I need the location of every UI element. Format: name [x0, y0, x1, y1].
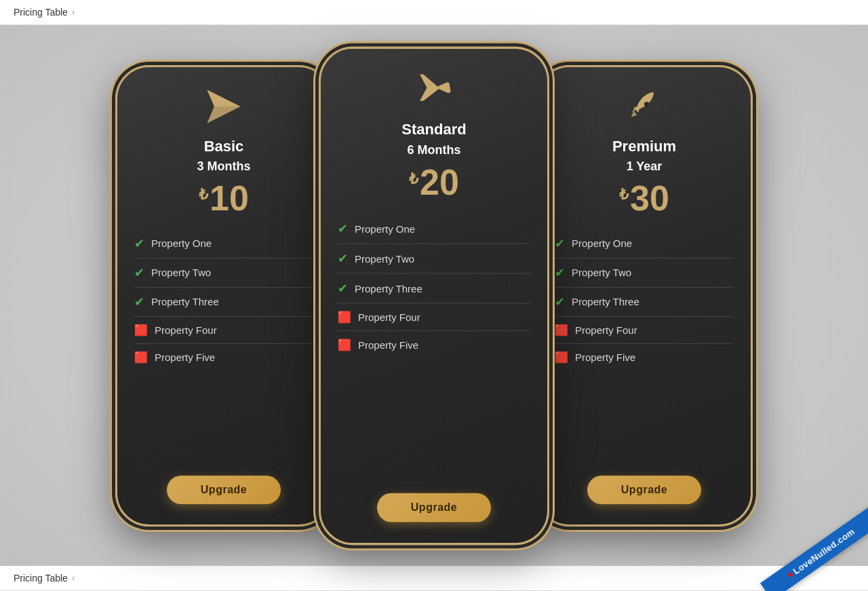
upgrade-button-basic[interactable]: Upgrade	[167, 476, 281, 504]
property-label: Property Four	[358, 311, 420, 322]
plan-name: Basic	[204, 138, 244, 155]
property-item: ✔ Property Two	[338, 244, 530, 273]
plan-icon-airplane	[415, 69, 453, 113]
pricing-cards-wrapper: Basic 3 Months ₺ 10 ✔ Property One ✔ Pro…	[115, 65, 753, 527]
pricing-card-basic: Basic 3 Months ₺ 10 ✔ Property One ✔ Pro…	[115, 65, 332, 527]
breadcrumb-top: Pricing Table ›	[0, 0, 868, 25]
property-item: 🟥 Property Five	[555, 344, 734, 370]
property-label: Property Five	[358, 339, 418, 350]
plan-name: Standard	[401, 120, 466, 138]
pricing-card-standard: Standard 6 Months ₺ 20 ✔ Property One ✔ …	[319, 46, 549, 544]
check-icon-yes: ✔	[555, 294, 565, 309]
svg-point-3	[644, 102, 649, 107]
properties-list: ✔ Property One ✔ Property Two ✔ Property…	[134, 229, 313, 459]
price-currency: ₺	[409, 170, 418, 188]
property-label: Property Four	[155, 324, 217, 336]
main-content: Basic 3 Months ₺ 10 ✔ Property One ✔ Pro…	[0, 25, 868, 566]
property-label: Property Two	[355, 252, 414, 264]
svg-marker-2	[208, 107, 241, 123]
breadcrumb-bottom: Pricing Table ›	[0, 566, 868, 591]
property-label: Property One	[151, 237, 212, 249]
plan-price: ₺ 20	[409, 164, 459, 200]
property-label: Property Five	[575, 351, 635, 363]
plan-name: Premium	[612, 138, 676, 155]
property-item: ✔ Property Two	[555, 259, 734, 288]
property-item: 🟥 Property Five	[134, 344, 313, 370]
property-label: Property Two	[151, 267, 211, 278]
breadcrumb-bottom-label: Pricing Table	[14, 573, 68, 584]
property-label: Property Five	[155, 351, 215, 363]
check-icon-no: 🟥	[338, 310, 351, 323]
breadcrumb-bottom-arrow: ›	[72, 573, 75, 583]
breadcrumb-arrow: ›	[72, 7, 75, 17]
price-currency: ₺	[199, 186, 208, 204]
property-label: Property Three	[572, 296, 639, 307]
upgrade-button-premium[interactable]: Upgrade	[587, 476, 701, 504]
upgrade-button-standard[interactable]: Upgrade	[377, 493, 491, 522]
property-item: ✔ Property Three	[134, 288, 313, 317]
property-item: 🟥 Property Five	[338, 331, 530, 358]
check-icon-yes: ✔	[338, 280, 348, 295]
check-icon-no: 🟥	[555, 324, 568, 337]
property-item: ✔ Property Three	[338, 273, 530, 303]
check-icon-no: 🟥	[338, 338, 351, 351]
property-item: 🟥 Property Four	[134, 317, 313, 344]
property-label: Property One	[355, 223, 415, 234]
plan-price: ₺ 10	[199, 180, 249, 216]
breadcrumb-label: Pricing Table	[14, 7, 68, 18]
property-label: Property Three	[151, 296, 219, 307]
price-amount: 10	[210, 180, 249, 216]
check-icon-no: 🟥	[134, 351, 148, 364]
property-item: 🟥 Property Four	[338, 303, 530, 331]
check-icon-yes: ✔	[555, 236, 565, 251]
check-icon-yes: ✔	[555, 265, 565, 280]
property-label: Property Four	[575, 324, 637, 336]
check-icon-yes: ✔	[134, 294, 144, 309]
pricing-card-premium: Premium 1 Year ₺ 30 ✔ Property One ✔ Pro…	[536, 65, 753, 527]
plan-price: ₺ 30	[619, 180, 669, 216]
check-icon-no: 🟥	[134, 324, 148, 337]
price-amount: 20	[420, 164, 459, 200]
property-label: Property Three	[355, 282, 422, 294]
plan-duration: 3 Months	[197, 159, 251, 174]
price-amount: 30	[630, 180, 669, 216]
property-item: ✔ Property One	[338, 214, 530, 244]
check-icon-yes: ✔	[338, 250, 348, 265]
plan-duration: 6 Months	[408, 142, 461, 157]
plan-icon-rocket	[625, 88, 663, 131]
property-item: ✔ Property One	[134, 229, 313, 259]
properties-list: ✔ Property One ✔ Property Two ✔ Property…	[338, 214, 530, 476]
property-label: Property One	[572, 237, 632, 249]
check-icon-yes: ✔	[134, 236, 144, 251]
check-icon-yes: ✔	[338, 221, 348, 235]
svg-marker-1	[208, 90, 241, 107]
property-item: ✔ Property Two	[134, 259, 313, 288]
price-currency: ₺	[619, 186, 629, 204]
plan-icon-paper-plane	[205, 88, 243, 131]
check-icon-yes: ✔	[134, 265, 144, 280]
check-icon-no: 🟥	[555, 351, 568, 364]
property-label: Property Two	[572, 267, 631, 278]
properties-list: ✔ Property One ✔ Property Two ✔ Property…	[555, 229, 734, 459]
property-item: ✔ Property One	[555, 229, 734, 259]
plan-duration: 1 Year	[627, 159, 663, 174]
property-item: ✔ Property Three	[555, 288, 734, 317]
property-item: 🟥 Property Four	[555, 317, 734, 344]
